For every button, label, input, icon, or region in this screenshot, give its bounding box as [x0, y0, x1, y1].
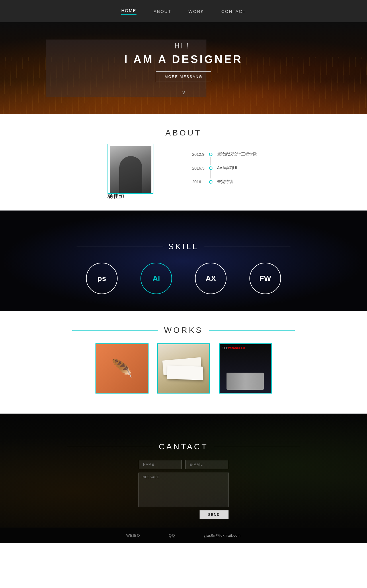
skill-ax-label: AX [206, 274, 216, 283]
works-title-line-right [209, 330, 295, 331]
hero-greeting: HI！ [124, 41, 243, 51]
contact-section-title: CANTACT [159, 442, 208, 451]
work-jeep-ad: EEP WRANGLER [220, 344, 271, 393]
about-title-line-right [207, 133, 293, 133]
scroll-down-icon[interactable]: ∨ [124, 89, 243, 96]
about-section-title: ABOUT [165, 128, 202, 137]
timeline-text-2: AAA学习UI [217, 166, 237, 171]
footer: WEIBO QQ yjas0n@foxmail.com [0, 528, 367, 543]
nav-work[interactable]: WORK [188, 9, 204, 14]
nav-home[interactable]: HOME [121, 8, 136, 15]
work-business-card [158, 344, 209, 393]
work-item-1[interactable] [95, 343, 149, 394]
about-title-wrap: ABOUT [0, 128, 367, 137]
work-item-3[interactable]: EEP WRANGLER [219, 343, 272, 394]
work-item-2[interactable] [157, 343, 210, 394]
footer-email: yjas0n@foxmail.com [204, 534, 241, 538]
contact-message-input[interactable] [138, 473, 229, 507]
navigation: HOME ABOUT WORK CONTACT [0, 0, 367, 22]
about-title-line-left [74, 133, 160, 133]
works-title-wrap: WORKS [0, 326, 367, 335]
contact-title-line-right [214, 447, 300, 447]
timeline-dot-1 [209, 153, 212, 156]
skill-fw-label: FW [259, 274, 271, 283]
hero-cta-button[interactable]: MORE MESSANG [156, 71, 211, 82]
skill-title-line-right [204, 247, 290, 247]
about-photo [110, 146, 151, 193]
works-grid: EEP WRANGLER [0, 343, 367, 394]
about-section: ABOUT 杨佳恒 2012.9 就读武汉设计工程学院 2016.3 AAA学习… [0, 128, 367, 211]
hero-section: HI！ I AM A DESIGNER MORE MESSANG ∨ [0, 22, 367, 114]
timeline-item: 2012.9 就读武汉设计工程学院 [189, 152, 257, 157]
contact-send-button[interactable]: SEND [200, 510, 229, 519]
skill-ai[interactable]: AI [140, 263, 172, 294]
timeline-item: 2016... 未完待续 [189, 179, 257, 184]
hero-tagline: I AM A DESIGNER [124, 53, 243, 66]
timeline-item: 2016.3 AAA学习UI [189, 166, 257, 171]
contact-name-input[interactable] [139, 460, 182, 469]
timeline-year-1: 2012.9 [189, 152, 204, 157]
skill-title-line-left [77, 247, 163, 247]
work-feather-app [96, 344, 148, 393]
timeline-year-3: 2016... [189, 180, 204, 184]
skill-ps-label: ps [97, 274, 106, 283]
contact-name-email-row [139, 460, 228, 469]
about-content: 杨佳恒 2012.9 就读武汉设计工程学院 2016.3 AAA学习UI 201… [0, 146, 367, 193]
works-section-title: WORKS [164, 326, 203, 335]
skill-icons: ps AI AX FW [0, 263, 367, 294]
nav-contact[interactable]: CONTACT [221, 9, 246, 14]
about-name: 杨佳恒 [108, 193, 125, 201]
contact-title-wrap: CANTACT [0, 442, 367, 451]
timeline-year-2: 2016.3 [189, 166, 204, 170]
skill-title-wrap: SKILL [0, 242, 367, 251]
timeline-dot-3 [209, 180, 212, 184]
work-jeep-label: EEP [222, 347, 229, 350]
contact-form: SEND [0, 460, 367, 519]
skill-section: SKILL ps AI AX FW [0, 211, 367, 311]
about-timeline: 2012.9 就读武汉设计工程学院 2016.3 AAA学习UI 2016...… [189, 146, 257, 193]
work-jeep-red-label: WRANGLER [228, 347, 245, 350]
timeline-text-1: 就读武汉设计工程学院 [217, 152, 257, 157]
contact-title-line-left [67, 447, 153, 447]
contact-section: CANTACT SEND WEIBO QQ yjas0n@foxmail.com [0, 414, 367, 543]
about-photo-wrap: 杨佳恒 [110, 146, 154, 193]
footer-weibo[interactable]: WEIBO [126, 533, 140, 538]
skill-fw[interactable]: FW [249, 263, 281, 294]
works-section: WORKS EEP WRANGLER [0, 326, 367, 414]
works-title-line-left [72, 330, 158, 331]
timeline-text-3: 未完待续 [217, 179, 233, 184]
footer-qq[interactable]: QQ [169, 533, 175, 538]
timeline-dot-2 [209, 166, 212, 170]
skill-ai-label: AI [153, 274, 160, 283]
contact-email-input[interactable] [185, 460, 228, 469]
skill-ax[interactable]: AX [195, 263, 227, 294]
skill-section-title: SKILL [168, 242, 199, 251]
skill-ps[interactable]: ps [86, 263, 118, 294]
hero-content: HI！ I AM A DESIGNER MORE MESSANG ∨ [124, 41, 243, 96]
nav-about[interactable]: ABOUT [154, 9, 171, 14]
